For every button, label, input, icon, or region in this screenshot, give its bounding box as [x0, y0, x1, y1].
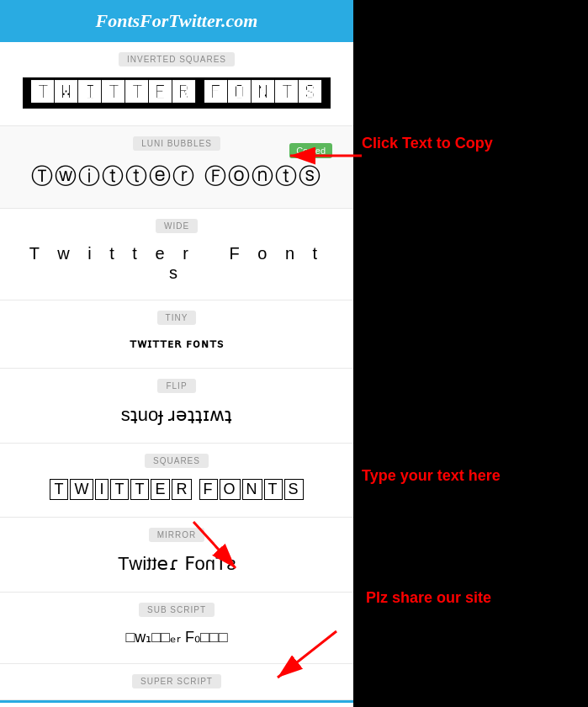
click-annotation: Click Text to Copy [362, 135, 493, 152]
site-title: FontsForTwitter.com [96, 10, 258, 31]
type-annotation: Type your text here [362, 467, 501, 485]
label-flip: FLIP [157, 379, 195, 393]
svg-line-5 [278, 631, 336, 678]
section-wide: WIDE T w i t t e r F o n t s [0, 209, 353, 300]
label-superscript: SUPER SCRIPT [132, 674, 221, 688]
label-tiny: TINY [157, 311, 197, 325]
squares-text[interactable]: TWITTER FONTS [49, 481, 304, 497]
inverted-squares-text[interactable]: 🆃🆆🅸🆃🆃🅴🆁 🅵🅾🅽🆃🆂 [23, 77, 330, 109]
luni-bubbles-text[interactable]: Ⓣⓦⓘⓣⓣⓔⓡ Ⓕⓞⓝⓣⓢ [31, 163, 321, 189]
label-squares: SQUARES [145, 454, 209, 468]
svg-line-3 [193, 522, 236, 568]
subscript-text[interactable]: □w₁□□ₑᵣ F₀□□□ [125, 629, 227, 646]
site-header: FontsForTwitter.com [0, 0, 353, 42]
display-flip[interactable]: sʇuoɟ ɹǝʇʇɪʍʇ [13, 400, 341, 430]
click-arrow [282, 143, 366, 168]
wide-text[interactable]: T w i t t e r F o n t s [29, 244, 324, 282]
tiny-text[interactable]: ᴛᴡɪᴛᴛᴇʀ ꜰᴏɴᴛꜱ [130, 337, 224, 350]
text-input[interactable] [0, 703, 353, 707]
label-luni-bubbles: LUNI BUBBLES [133, 136, 220, 151]
section-squares: SQUARES TWITTER FONTS [0, 444, 353, 518]
flip-text[interactable]: sʇuoɟ ɹǝʇʇɪʍʇ [121, 404, 233, 426]
input-section [0, 700, 353, 707]
display-mirror[interactable]: sTnoꟻ ɿɘttiwT [13, 549, 341, 579]
display-squares[interactable]: TWITTER FONTS [13, 475, 341, 504]
section-flip: FLIP sʇuoɟ ɹǝʇʇɪʍʇ [0, 369, 353, 444]
label-inverted-squares: INVERTED SQUARES [119, 52, 235, 66]
display-inverted-squares[interactable]: 🆃🆆🅸🆃🆃🅴🆁 🅵🅾🅽🆃🆂 [13, 73, 341, 113]
section-mirror: MIRROR sTnoꟻ ɿɘttiwT [0, 518, 353, 593]
section-tiny: TINY ᴛᴡɪᴛᴛᴇʀ ꜰᴏɴᴛꜱ [0, 300, 353, 369]
main-content: FontsForTwitter.com INVERTED SQUARES 🆃🆆🅸… [0, 0, 353, 707]
label-subscript: SUB SCRIPT [139, 603, 215, 617]
display-wide[interactable]: T w i t t e r F o n t s [13, 240, 341, 287]
section-inverted-squares: INVERTED SQUARES 🆃🆆🅸🆃🆃🅴🆁 🅵🅾🅽🆃🆂 [0, 42, 353, 126]
display-tiny[interactable]: ᴛᴡɪᴛᴛᴇʀ ꜰᴏɴᴛꜱ [13, 332, 341, 355]
share-annotation: Plz share our site [366, 589, 491, 607]
label-wide: WIDE [156, 219, 198, 233]
type-arrow [185, 513, 252, 581]
share-arrow [261, 627, 345, 686]
